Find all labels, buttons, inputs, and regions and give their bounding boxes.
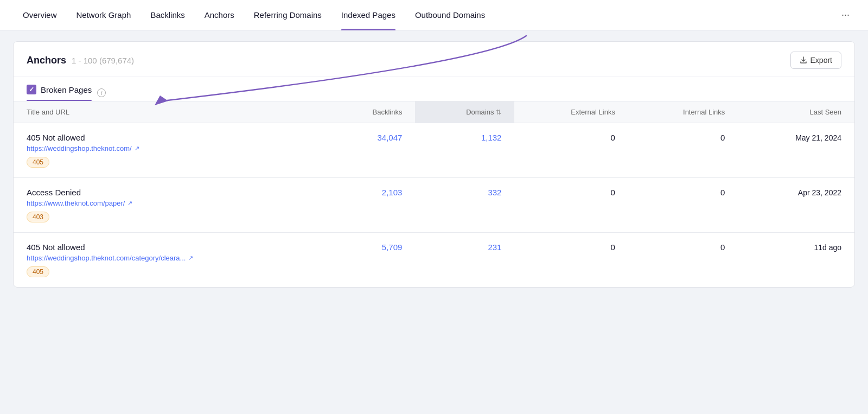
cell-title-url: Access Deniedhttps://www.theknot.com/pap… [14, 178, 325, 233]
broken-pages-filter[interactable]: ✓ Broken Pages [27, 85, 92, 101]
status-badge: 405 [27, 157, 49, 168]
row-title: 405 Not allowed [27, 133, 312, 142]
filter-row: ✓ Broken Pages i [14, 77, 854, 101]
cell-domains[interactable]: 1,132 [415, 123, 514, 178]
card-subtitle: 1 - 100 (679,674) [72, 56, 134, 65]
col-header-external-links: External Links [514, 101, 628, 123]
cell-internal-links: 0 [628, 178, 738, 233]
cell-external-links: 0 [514, 123, 628, 178]
more-nav-button[interactable]: ··· [836, 9, 855, 21]
cell-external-links: 0 [514, 233, 628, 288]
table-row: 405 Not allowedhttps://weddingshop.thekn… [14, 123, 854, 178]
cell-backlinks[interactable]: 2,103 [325, 178, 415, 233]
row-title: 405 Not allowed [27, 243, 312, 252]
card-title-area: Anchors 1 - 100 (679,674) [27, 55, 134, 66]
main-content: Anchors 1 - 100 (679,674) Export ✓ Broke… [0, 30, 868, 298]
external-link-icon: ↗ [127, 200, 132, 207]
data-table: Title and URLBacklinksDomains⇅External L… [14, 101, 854, 287]
external-link-icon: ↗ [188, 254, 193, 262]
nav-item-network-graph[interactable]: Network Graph [67, 0, 141, 30]
col-header-internal-links: Internal Links [628, 101, 738, 123]
nav-item-outbound-domains[interactable]: Outbound Domains [405, 0, 495, 30]
row-url[interactable]: https://www.theknot.com/paper/↗ [27, 199, 312, 207]
table-header: Title and URLBacklinksDomains⇅External L… [14, 101, 854, 123]
status-badge: 405 [27, 266, 49, 277]
cell-backlinks[interactable]: 34,047 [325, 123, 415, 178]
nav-item-referring-domains[interactable]: Referring Domains [244, 0, 331, 30]
cell-domains[interactable]: 332 [415, 178, 514, 233]
navigation-bar: OverviewNetwork GraphBacklinksAnchorsRef… [0, 0, 868, 30]
external-link-icon: ↗ [135, 145, 139, 152]
table-row: Access Deniedhttps://www.theknot.com/pap… [14, 178, 854, 233]
status-badge: 403 [27, 212, 49, 222]
cell-title-url: 405 Not allowedhttps://weddingshop.thekn… [14, 123, 325, 178]
cell-domains[interactable]: 231 [415, 233, 514, 288]
nav-item-overview[interactable]: Overview [13, 0, 67, 30]
cell-last-seen: 11d ago [738, 233, 854, 288]
cell-backlinks[interactable]: 5,709 [325, 233, 415, 288]
row-url[interactable]: https://weddingshop.theknot.com/category… [27, 254, 312, 262]
card-header: Anchors 1 - 100 (679,674) Export [14, 42, 854, 77]
data-card: Anchors 1 - 100 (679,674) Export ✓ Broke… [13, 41, 855, 288]
export-icon [800, 56, 807, 64]
checkbox-checked[interactable]: ✓ [27, 85, 36, 94]
row-title: Access Denied [27, 188, 312, 197]
cell-internal-links: 0 [628, 123, 738, 178]
cell-last-seen: May 21, 2024 [738, 123, 854, 178]
sort-icon: ⇅ [496, 109, 501, 116]
card-title: Anchors [27, 55, 66, 66]
col-header-backlinks: Backlinks [325, 101, 415, 123]
table-body: 405 Not allowedhttps://weddingshop.thekn… [14, 123, 854, 288]
data-table-wrapper: Title and URLBacklinksDomains⇅External L… [14, 101, 854, 287]
nav-item-backlinks[interactable]: Backlinks [141, 0, 194, 30]
cell-external-links: 0 [514, 178, 628, 233]
cell-internal-links: 0 [628, 233, 738, 288]
nav-item-anchors[interactable]: Anchors [195, 0, 244, 30]
export-button[interactable]: Export [790, 52, 841, 69]
nav-item-indexed-pages[interactable]: Indexed Pages [331, 0, 405, 30]
broken-pages-label: Broken Pages [41, 85, 92, 94]
cell-last-seen: Apr 23, 2022 [738, 178, 854, 233]
cell-title-url: 405 Not allowedhttps://weddingshop.thekn… [14, 233, 325, 288]
row-url[interactable]: https://weddingshop.theknot.com/↗ [27, 144, 312, 152]
col-header-last-seen: Last Seen [738, 101, 854, 123]
col-header-domains[interactable]: Domains⇅ [415, 101, 514, 123]
table-row: 405 Not allowedhttps://weddingshop.thekn… [14, 233, 854, 288]
col-header-title-and-url: Title and URL [14, 101, 325, 123]
info-icon[interactable]: i [97, 88, 106, 97]
